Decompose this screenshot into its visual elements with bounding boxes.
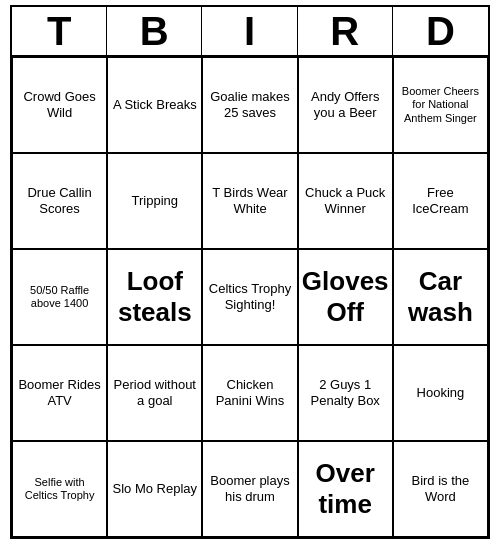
- bingo-cell-r0-c0: Crowd Goes Wild: [12, 57, 107, 153]
- bingo-cell-r0-c4: Boomer Cheers for National Anthem Singer: [393, 57, 488, 153]
- bingo-cell-r1-c3: Chuck a Puck Winner: [298, 153, 393, 249]
- bingo-cell-r2-c1: Loof steals: [107, 249, 202, 345]
- header-letter: R: [298, 7, 393, 55]
- bingo-cell-r3-c2: Chicken Panini Wins: [202, 345, 297, 441]
- bingo-grid: Crowd Goes WildA Stick BreaksGoalie make…: [12, 57, 488, 537]
- bingo-cell-r2-c2: Celtics Trophy Sighting!: [202, 249, 297, 345]
- header-letter: I: [202, 7, 297, 55]
- bingo-card: TBIRD Crowd Goes WildA Stick BreaksGoali…: [10, 5, 490, 539]
- bingo-header: TBIRD: [12, 7, 488, 57]
- bingo-cell-r0-c2: Goalie makes 25 saves: [202, 57, 297, 153]
- bingo-cell-r3-c0: Boomer Rides ATV: [12, 345, 107, 441]
- bingo-cell-r4-c3: Over time: [298, 441, 393, 537]
- bingo-cell-r1-c2: T Birds Wear White: [202, 153, 297, 249]
- bingo-cell-r2-c0: 50/50 Raffle above 1400: [12, 249, 107, 345]
- bingo-cell-r2-c4: Car wash: [393, 249, 488, 345]
- bingo-cell-r4-c0: Selfie with Celtics Trophy: [12, 441, 107, 537]
- bingo-cell-r3-c3: 2 Guys 1 Penalty Box: [298, 345, 393, 441]
- header-letter: T: [12, 7, 107, 55]
- bingo-cell-r1-c0: Drue Callin Scores: [12, 153, 107, 249]
- bingo-cell-r4-c2: Boomer plays his drum: [202, 441, 297, 537]
- bingo-cell-r3-c1: Period without a goal: [107, 345, 202, 441]
- bingo-cell-r3-c4: Hooking: [393, 345, 488, 441]
- bingo-cell-r1-c4: Free IceCream: [393, 153, 488, 249]
- header-letter: B: [107, 7, 202, 55]
- header-letter: D: [393, 7, 488, 55]
- bingo-cell-r1-c1: Tripping: [107, 153, 202, 249]
- bingo-cell-r2-c3: Gloves Off: [298, 249, 393, 345]
- bingo-cell-r4-c1: Slo Mo Replay: [107, 441, 202, 537]
- bingo-cell-r0-c1: A Stick Breaks: [107, 57, 202, 153]
- bingo-cell-r4-c4: Bird is the Word: [393, 441, 488, 537]
- bingo-cell-r0-c3: Andy Offers you a Beer: [298, 57, 393, 153]
